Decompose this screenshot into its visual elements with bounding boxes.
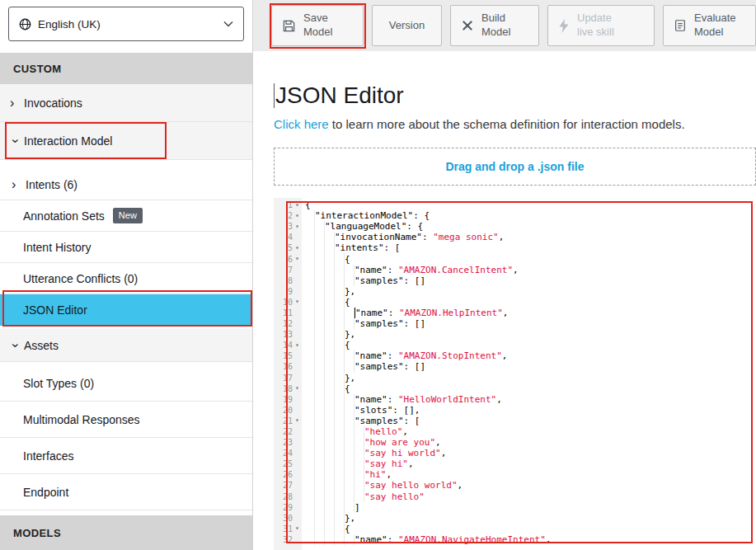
gutter-line[interactable]: 27 (274, 480, 302, 491)
gutter-line[interactable]: 29 (274, 502, 302, 513)
code-line[interactable]: "say hello" (305, 491, 756, 502)
gutter-line[interactable]: 22 (274, 426, 302, 437)
gutter-line[interactable]: 18▾ (274, 383, 302, 394)
code-line[interactable]: "name": "AMAZON.NavigateHomeIntent", (305, 534, 756, 545)
code-line[interactable]: "languageModel": { (305, 221, 756, 232)
gutter-line[interactable]: 11 (274, 308, 302, 318)
gutter-line[interactable]: 3▾ (274, 221, 302, 232)
gutter-line[interactable]: 9 (274, 286, 302, 297)
code-line[interactable]: { (305, 297, 756, 308)
gutter-line[interactable]: 32 (274, 534, 302, 545)
language-selector[interactable]: English (UK) (8, 7, 244, 41)
version-button[interactable]: Version (372, 5, 442, 46)
code-line[interactable]: { (305, 383, 756, 394)
fold-toggle-icon[interactable]: ▾ (293, 525, 302, 532)
code-line[interactable]: { (305, 340, 756, 350)
json-punct-token: { (305, 200, 311, 210)
sidebar-item-intent-history[interactable]: Intent History (0, 232, 252, 263)
click-here-link[interactable]: Click here (274, 117, 329, 131)
fold-toggle-icon[interactable]: ▾ (293, 342, 302, 349)
gutter-line[interactable]: 10▾ (274, 297, 302, 308)
gutter-line[interactable]: 21▾ (274, 416, 302, 426)
code-line[interactable]: "name": "AMAZON.HelpIntent", (305, 308, 756, 318)
fold-toggle-icon[interactable]: ▾ (293, 245, 302, 251)
gutter-line[interactable]: 1▾ (274, 200, 302, 210)
gutter-line[interactable]: 17 (274, 373, 302, 383)
code-line[interactable]: "samples": [ (305, 416, 756, 426)
evaluate-model-button[interactable]: Evaluate Model (663, 5, 756, 46)
gutter-line[interactable]: 5▾ (274, 242, 302, 253)
fold-toggle-icon[interactable]: ▾ (293, 213, 302, 219)
fold-toggle-icon[interactable]: ▾ (293, 417, 302, 424)
sidebar-item-invocations[interactable]: ›Invocations (0, 84, 252, 122)
page-title-row: JSON Editor (274, 82, 756, 109)
json-code-editor[interactable]: 1▾2▾3▾45▾6▾78910▾11121314▾15161718▾19202… (274, 198, 756, 550)
json-punct-token: }, (345, 513, 355, 524)
gutter-line[interactable]: 25 (274, 458, 302, 469)
sidebar-item-slot-types[interactable]: Slot Types (0) (0, 365, 252, 402)
gutter-line[interactable]: 15 (274, 350, 302, 361)
gutter-line[interactable]: 8 (274, 275, 302, 286)
code-line[interactable]: "how are you", (305, 437, 756, 448)
gutter-line[interactable]: 20 (274, 405, 302, 416)
gutter-line[interactable]: 13 (274, 329, 302, 340)
code-line[interactable]: { (305, 524, 756, 534)
save-model-button[interactable]: Save Model (271, 5, 364, 46)
update-live-skill-button[interactable]: Update live skill (547, 5, 655, 46)
gutter-line[interactable]: 30 (274, 513, 302, 524)
editor-code[interactable]: {"interactionModel": {"languageModel": {… (302, 198, 756, 550)
gutter-line[interactable]: 23 (274, 437, 302, 448)
code-line[interactable]: "slots": [], (305, 405, 756, 416)
code-line[interactable]: "hi", (305, 469, 756, 480)
sidebar-item-interaction-model[interactable]: ›Interaction Model (0, 122, 252, 160)
gutter-line[interactable]: 19 (274, 394, 302, 405)
code-line[interactable]: "intents": [ (305, 242, 756, 253)
code-line[interactable]: "hello", (305, 426, 756, 437)
json-punct-token: : [] (404, 361, 426, 372)
fold-toggle-icon[interactable]: ▾ (293, 223, 302, 230)
code-line[interactable]: { (305, 200, 756, 210)
json-dropzone[interactable]: Drag and drop a .json file (274, 148, 756, 186)
gutter-line[interactable]: 24 (274, 448, 302, 458)
fold-toggle-icon[interactable]: ▾ (293, 256, 302, 262)
gutter-line[interactable]: 16 (274, 361, 302, 372)
sidebar-item-utterance-conflicts[interactable]: Utterance Conflicts (0) (0, 263, 252, 294)
code-line[interactable]: "invocationName": "mega sonic", (305, 232, 756, 242)
gutter-line[interactable]: 6▾ (274, 253, 302, 264)
gutter-line[interactable]: 2▾ (274, 210, 302, 221)
fold-toggle-icon[interactable]: ▾ (293, 202, 302, 209)
fold-toggle-icon[interactable]: ▾ (293, 299, 302, 305)
gutter-line[interactable]: 12 (274, 318, 302, 329)
gutter-line[interactable]: 31▾ (274, 524, 302, 534)
sidebar-item-json-editor[interactable]: JSON Editor (0, 294, 252, 326)
sidebar-item-annotation-sets[interactable]: Annotation SetsNew (0, 200, 252, 232)
code-line[interactable]: }, (305, 286, 756, 297)
code-line[interactable]: "name": "AMAZON.StopIntent", (305, 350, 756, 361)
gutter-line[interactable]: 7 (274, 265, 302, 275)
code-line[interactable]: "samples": [] (305, 318, 756, 329)
code-line[interactable]: "samples": [] (305, 361, 756, 372)
code-line[interactable]: }, (305, 513, 756, 524)
sidebar-item-multimodal-responses[interactable]: Multimodal Responses (0, 402, 252, 438)
sidebar-item-assets[interactable]: ›Assets (0, 329, 252, 362)
code-line[interactable]: }, (305, 373, 756, 383)
gutter-line[interactable]: 26 (274, 469, 302, 480)
code-line[interactable]: "interactionModel": { (305, 210, 756, 221)
code-line[interactable]: "name": "HelloWorldIntent", (305, 394, 756, 405)
code-line[interactable]: }, (305, 329, 756, 340)
code-line[interactable]: ] (305, 502, 756, 513)
code-line[interactable]: "samples": [] (305, 275, 756, 286)
sidebar-item-endpoint[interactable]: Endpoint (0, 474, 252, 510)
sidebar-item-interfaces[interactable]: Interfaces (0, 438, 252, 474)
fold-toggle-icon[interactable]: ▾ (293, 385, 302, 392)
code-line[interactable]: "say hi", (305, 458, 756, 469)
sidebar-item-intents[interactable]: ›Intents (6) (0, 170, 252, 200)
code-line[interactable]: "say hello world", (305, 480, 756, 491)
code-line[interactable]: "name": "AMAZON.CancelIntent", (305, 265, 756, 275)
gutter-line[interactable]: 4 (274, 232, 302, 242)
build-model-button[interactable]: Build Model (450, 5, 539, 46)
gutter-line[interactable]: 14▾ (274, 340, 302, 350)
code-line[interactable]: { (305, 253, 756, 264)
code-line[interactable]: "say hi world", (305, 448, 756, 458)
gutter-line[interactable]: 28 (274, 491, 302, 502)
